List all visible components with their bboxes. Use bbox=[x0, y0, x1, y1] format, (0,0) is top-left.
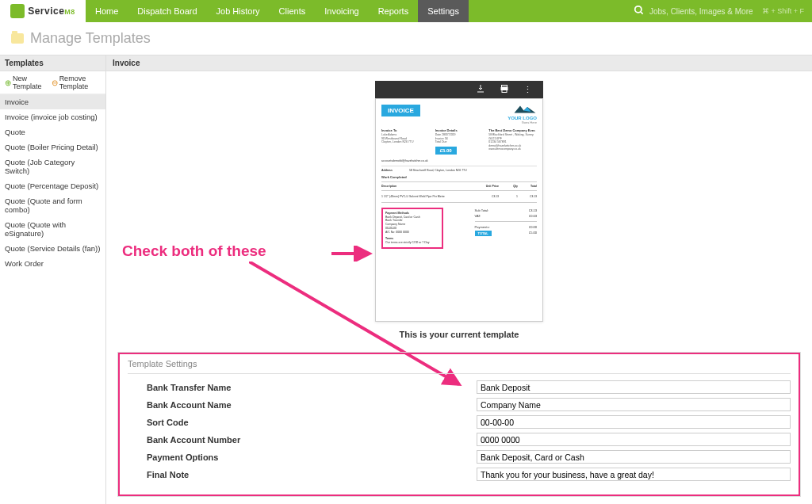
new-template-action[interactable]: ⊕ New Template bbox=[5, 74, 45, 90]
sidebar-header: Templates bbox=[0, 55, 105, 71]
settings-input[interactable] bbox=[477, 468, 791, 481]
topbar: ServiceM8 HomeDispatch BoardJob HistoryC… bbox=[0, 0, 812, 22]
template-item[interactable]: Quote (Percentage Deposit) bbox=[0, 178, 105, 193]
doc-badge: INVOICE bbox=[381, 105, 420, 116]
template-item[interactable]: Invoice bbox=[0, 94, 105, 109]
main-layout: Templates ⊕ New Template ⊖ Remove Templa… bbox=[0, 55, 812, 504]
nav-item-settings[interactable]: Settings bbox=[418, 0, 469, 22]
template-item[interactable]: Invoice (invoice job costing) bbox=[0, 109, 105, 124]
template-item[interactable]: Quote (Job Category Switch) bbox=[0, 155, 105, 178]
company-title: The Best Demo Company Ever. bbox=[488, 128, 537, 132]
company-text: 58 Blackford Street , Woking, Surrey GU2… bbox=[488, 133, 537, 151]
template-item[interactable]: Quote (Quote with eSignature) bbox=[0, 217, 105, 241]
nav-item-home[interactable]: Home bbox=[86, 0, 128, 22]
svg-line-1 bbox=[641, 11, 643, 13]
nav-item-reports[interactable]: Reports bbox=[369, 0, 419, 22]
settings-label: Bank Account Number bbox=[128, 435, 477, 445]
settings-label: Bank Account Name bbox=[128, 400, 477, 410]
amount-tag: £5.00 bbox=[435, 147, 457, 155]
download-icon[interactable] bbox=[476, 84, 485, 95]
sidebar-actions: ⊕ New Template ⊖ Remove Template bbox=[0, 71, 105, 94]
template-item[interactable]: Quote (Quote and form combo) bbox=[0, 193, 105, 217]
settings-input[interactable] bbox=[477, 415, 791, 429]
template-list: InvoiceInvoice (invoice job costing)Quot… bbox=[0, 94, 105, 271]
nav-item-invoicing[interactable]: Invoicing bbox=[315, 0, 368, 22]
settings-row: Bank Transfer Name bbox=[128, 380, 791, 394]
settings-input[interactable] bbox=[477, 398, 791, 411]
invoice-to-title: Invoice To bbox=[381, 128, 430, 132]
settings-input[interactable] bbox=[477, 380, 791, 394]
settings-label: Sort Code bbox=[128, 418, 477, 427]
invoice-to-text: Luke Adams 90 Westbound Road Clayton, Lo… bbox=[381, 133, 430, 144]
logo-text: ServiceM8 bbox=[28, 6, 75, 17]
search-area: ⌘ + Shift + F bbox=[626, 5, 812, 18]
settings-row: Bank Account Number bbox=[128, 433, 791, 446]
settings-row: Final Note bbox=[128, 468, 791, 481]
settings-row: Sort Code bbox=[128, 415, 791, 429]
more-icon[interactable]: ⋮ bbox=[523, 85, 532, 95]
sidebar: Templates ⊕ New Template ⊖ Remove Templa… bbox=[0, 55, 105, 504]
logo-sub: Goes Here bbox=[508, 120, 537, 124]
plus-icon: ⊕ bbox=[5, 78, 11, 87]
new-template-label: New Template bbox=[13, 74, 45, 90]
search-icon[interactable] bbox=[634, 5, 645, 18]
page-title-bar: Manage Templates bbox=[0, 22, 812, 55]
settings-card: Template Settings Bank Transfer NameBank… bbox=[117, 352, 801, 497]
remove-template-action[interactable]: ⊖ Remove Template bbox=[52, 74, 101, 90]
folder-icon bbox=[11, 33, 24, 44]
search-input[interactable] bbox=[649, 7, 753, 16]
svg-rect-4 bbox=[502, 86, 508, 88]
content-header: Invoice bbox=[106, 55, 812, 71]
content-body: Check both of these ⋮ bbox=[106, 71, 812, 504]
arrow-icon bbox=[331, 246, 379, 262]
logo-icon bbox=[10, 4, 25, 18]
minus-icon: ⊖ bbox=[52, 78, 58, 87]
settings-highlight-border: Template Settings Bank Transfer NameBank… bbox=[118, 353, 800, 496]
settings-label: Bank Transfer Name bbox=[128, 383, 477, 392]
annotation-text: Check both of these bbox=[122, 242, 266, 260]
remove-template-label: Remove Template bbox=[59, 74, 101, 90]
svg-point-0 bbox=[635, 6, 642, 12]
table-header: Description Unit Price Qty Total bbox=[381, 185, 537, 188]
settings-row: Bank Account Name bbox=[128, 398, 791, 411]
settings-label: Final Note bbox=[128, 470, 477, 479]
mountain-icon bbox=[513, 105, 537, 114]
nav-item-clients[interactable]: Clients bbox=[270, 0, 316, 22]
template-item[interactable]: Work Order bbox=[0, 256, 105, 271]
table-row: 1 1/2" (40mm) PVC-U Solvent Weld Pipe Pe… bbox=[381, 193, 537, 200]
content-area: Invoice Check both of these bbox=[105, 55, 812, 504]
work-completed-label: Work Completed bbox=[381, 175, 537, 179]
app-logo[interactable]: ServiceM8 bbox=[0, 0, 86, 22]
preview-wrap: ⋮ INVOICE YOUR LOGO Goes Here bbox=[117, 81, 801, 339]
preview-document[interactable]: INVOICE YOUR LOGO Goes Here Invoi bbox=[375, 98, 543, 322]
invoice-details-text: Date 28/07/2019 Invoice 56 Total Due bbox=[435, 133, 484, 144]
template-item[interactable]: Quote (Boiler Pricing Detail) bbox=[0, 139, 105, 155]
payment-methods-box: Payment Methods Bank Deposit, Card or Ca… bbox=[381, 208, 443, 249]
template-item[interactable]: Quote bbox=[0, 124, 105, 139]
settings-label: Payment Options bbox=[128, 452, 477, 462]
page-title: Manage Templates bbox=[30, 30, 151, 47]
email-label: accountsdemoltd@hazelwitcher.co.uk bbox=[381, 159, 537, 162]
doc-logo: YOUR LOGO Goes Here bbox=[508, 105, 537, 124]
print-icon[interactable] bbox=[500, 84, 509, 95]
shortcut-hint: ⌘ + Shift + F bbox=[762, 7, 804, 15]
settings-title: Template Settings bbox=[128, 359, 791, 374]
invoice-details-title: Invoice Details bbox=[435, 128, 484, 132]
main-nav: HomeDispatch BoardJob HistoryClientsInvo… bbox=[86, 0, 469, 22]
nav-item-dispatch-board[interactable]: Dispatch Board bbox=[128, 0, 206, 22]
address-row: Address 58 Strachwell Road, Clayton, Lon… bbox=[381, 166, 537, 172]
totals-block: Sub Total:£3.13 VAT:£0.63 Payments:£0.00… bbox=[475, 208, 537, 249]
nav-item-job-history[interactable]: Job History bbox=[207, 0, 270, 22]
settings-row: Payment Options bbox=[128, 450, 791, 464]
settings-input[interactable] bbox=[477, 433, 791, 446]
preview-toolbar: ⋮ bbox=[375, 81, 543, 98]
template-item[interactable]: Quote (Service Details (fan)) bbox=[0, 241, 105, 256]
settings-input[interactable] bbox=[477, 450, 791, 464]
